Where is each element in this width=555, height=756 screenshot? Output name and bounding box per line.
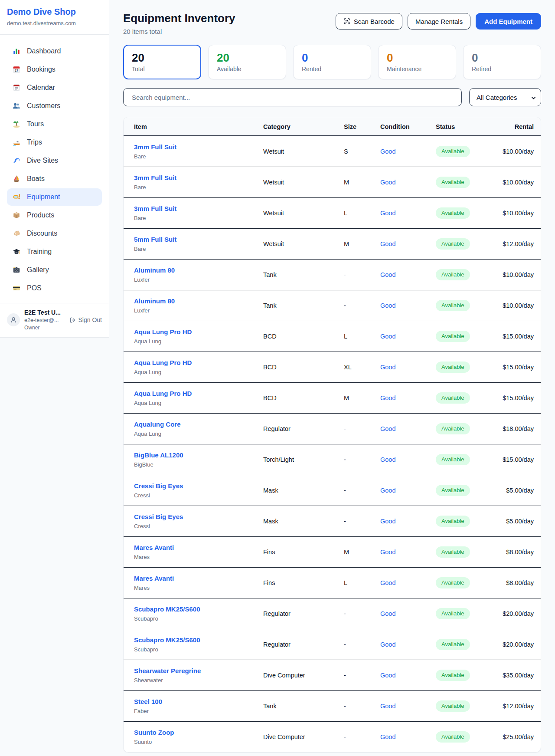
table-row: Suunto Zoop Suunto Dive Computer - Good … [124, 722, 541, 753]
item-name-link[interactable]: Cressi Big Eyes [134, 513, 183, 520]
sidebar-item-tours[interactable]: Tours [7, 115, 102, 133]
sidebar-item-boats[interactable]: Boats [7, 170, 102, 187]
stat-card[interactable]: 0 Rented [293, 45, 371, 79]
item-name-link[interactable]: Cressi Big Eyes [134, 482, 183, 490]
stat-value: 0 [387, 51, 447, 64]
item-name-link[interactable]: Aqualung Core [134, 421, 181, 428]
table-row: Aqua Lung Pro HD Aqua Lung BCD M Good Av… [124, 383, 541, 414]
sidebar-item-training[interactable]: Training [7, 243, 102, 260]
barcode-scan-icon [343, 18, 350, 25]
item-size: S [333, 136, 370, 167]
condition-link[interactable]: Good [380, 394, 395, 401]
item-name-link[interactable]: Steel 100 [134, 698, 162, 705]
condition-link[interactable]: Good [380, 425, 395, 432]
gallery-icon [12, 266, 21, 274]
items-total-count: 20 items total [123, 28, 235, 35]
rental-price: $10.00/day [482, 198, 541, 229]
scan-barcode-button[interactable]: Scan Barcode [336, 13, 402, 30]
item-size: M [333, 167, 370, 198]
item-name-link[interactable]: Scubapro MK25/S600 [134, 605, 200, 613]
item-name-link[interactable]: Aluminum 80 [134, 297, 175, 305]
status-badge: Available [436, 731, 470, 743]
condition-link[interactable]: Good [380, 364, 395, 371]
svg-text:17: 17 [15, 69, 18, 72]
sidebar-item-dashboard[interactable]: Dashboard [7, 43, 102, 60]
item-name-link[interactable]: Mares Avanti [134, 575, 174, 582]
sidebar-item-equipment[interactable]: Equipment [7, 188, 102, 206]
condition-link[interactable]: Good [380, 641, 395, 648]
item-name-link[interactable]: 3mm Full Suit [134, 143, 176, 151]
condition-link[interactable]: Good [380, 672, 395, 679]
sidebar-item-calendar[interactable]: Calendar [7, 79, 102, 96]
brand-block: Demo Dive Shop demo.test.divestreams.com [0, 0, 109, 35]
item-name-link[interactable]: Mares Avanti [134, 544, 174, 551]
stat-card[interactable]: 0 Retired [463, 45, 541, 79]
condition-link[interactable]: Good [380, 302, 395, 309]
item-name-link[interactable]: Shearwater Peregrine [134, 667, 201, 674]
table-row: Scubapro MK25/S600 Scubapro Regulator - … [124, 598, 541, 629]
sidebar-item-products[interactable]: Products [7, 207, 102, 224]
dive-sites-icon [12, 156, 21, 165]
condition-link[interactable]: Good [380, 271, 395, 278]
item-category: Fins [253, 537, 333, 568]
item-name-link[interactable]: Suunto Zoop [134, 729, 174, 736]
condition-link[interactable]: Good [380, 210, 395, 217]
sidebar-item-label: Products [27, 211, 54, 219]
item-size: - [333, 260, 370, 290]
item-brand: Mares [134, 554, 242, 561]
item-name-link[interactable]: BigBlue AL1200 [134, 451, 183, 459]
sidebar-item-gallery[interactable]: Gallery [7, 261, 102, 279]
add-equipment-button[interactable]: Add Equipment [476, 13, 541, 30]
sidebar-item-bookings[interactable]: 17 Bookings [7, 61, 102, 78]
stat-card[interactable]: 20 Total [123, 45, 201, 79]
condition-link[interactable]: Good [380, 610, 395, 617]
item-name-link[interactable]: 3mm Full Suit [134, 174, 176, 181]
item-brand: Luxfer [134, 307, 242, 314]
calendar-icon [12, 83, 21, 92]
condition-link[interactable]: Good [380, 487, 395, 494]
sidebar-item-customers[interactable]: Customers [7, 97, 102, 115]
category-filter-select[interactable]: All Categories [469, 88, 541, 106]
item-name-link[interactable]: Aqua Lung Pro HD [134, 390, 192, 397]
manage-rentals-button[interactable]: Manage Rentals [408, 13, 470, 30]
condition-link[interactable]: Good [380, 549, 395, 555]
search-input[interactable] [123, 88, 462, 106]
rental-price: $15.00/day [482, 383, 541, 414]
status-badge: Available [436, 454, 470, 465]
sidebar-item-label: Dive Sites [27, 157, 58, 164]
condition-link[interactable]: Good [380, 579, 395, 586]
equipment-table-card: Item Category Size Condition Status Rent… [123, 117, 541, 753]
condition-link[interactable]: Good [380, 148, 395, 155]
stat-card[interactable]: 0 Maintenance [378, 45, 456, 79]
sidebar-item-discounts[interactable]: Discounts [7, 225, 102, 242]
sidebar-item-trips[interactable]: Trips [7, 134, 102, 151]
table-row: Cressi Big Eyes Cressi Mask - Good Avail… [124, 475, 541, 506]
item-size: - [333, 629, 370, 660]
item-size: - [333, 660, 370, 691]
item-name-link[interactable]: Aluminum 80 [134, 266, 175, 274]
item-name-link[interactable]: 5mm Full Suit [134, 236, 176, 243]
condition-link[interactable]: Good [380, 240, 395, 247]
condition-link[interactable]: Good [380, 456, 395, 463]
condition-link[interactable]: Good [380, 703, 395, 710]
item-name-link[interactable]: Scubapro MK25/S600 [134, 636, 200, 644]
status-badge: Available [436, 177, 470, 188]
stat-value: 20 [217, 51, 278, 64]
item-size: - [333, 691, 370, 722]
condition-link[interactable]: Good [380, 518, 395, 525]
item-name-link[interactable]: Aqua Lung Pro HD [134, 359, 192, 366]
sidebar-item-pos[interactable]: POS [7, 279, 102, 297]
item-name-link[interactable]: 3mm Full Suit [134, 205, 176, 212]
status-badge: Available [436, 700, 470, 712]
sidebar-item-dive-sites[interactable]: Dive Sites [7, 152, 102, 169]
item-brand: Faber [134, 708, 242, 715]
condition-link[interactable]: Good [380, 733, 395, 740]
col-header-size: Size [333, 117, 370, 136]
condition-link[interactable]: Good [380, 333, 395, 340]
condition-link[interactable]: Good [380, 179, 395, 186]
rental-price: $15.00/day [482, 321, 541, 352]
item-name-link[interactable]: Aqua Lung Pro HD [134, 328, 192, 335]
stat-card[interactable]: 20 Available [208, 45, 286, 79]
item-brand: Suunto [134, 739, 242, 746]
sign-out-button[interactable]: Sign Out [69, 316, 102, 323]
